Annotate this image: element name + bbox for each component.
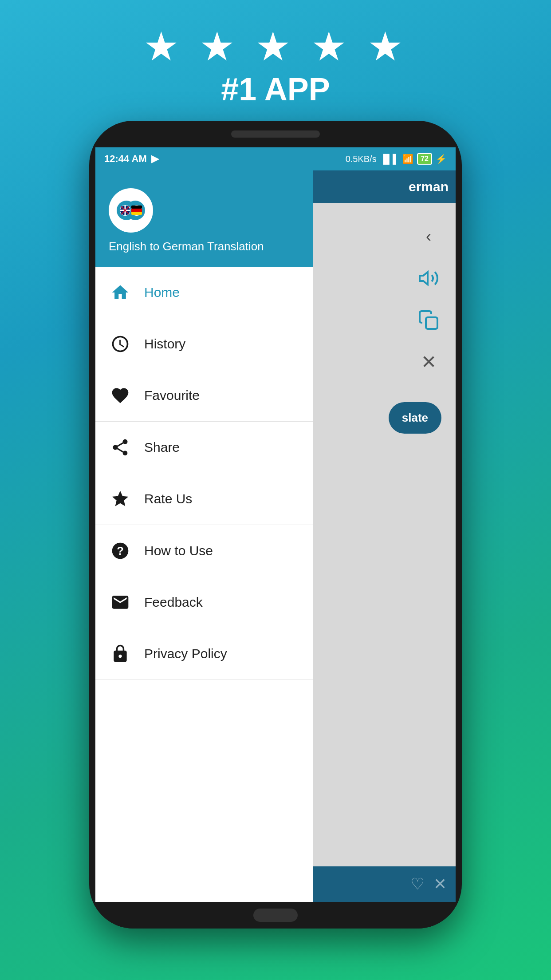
- top-badge-area: ★ ★ ★ ★ ★ #1 APP: [143, 27, 407, 107]
- bottom-ad-bar: ♡ ✕: [313, 866, 456, 902]
- svg-rect-11: [131, 212, 142, 215]
- menu-label-feedback: Feedback: [144, 595, 203, 610]
- share-icon: [109, 436, 132, 459]
- menu-item-privacy-policy[interactable]: Privacy Policy: [95, 628, 313, 680]
- drawer-app-title: English to German Translation: [109, 240, 299, 253]
- copy-icon[interactable]: [413, 304, 444, 336]
- main-app-header: erman: [313, 170, 456, 203]
- phone-speaker: [231, 130, 320, 138]
- lock-icon: [109, 642, 132, 665]
- home-gesture-bar: [253, 909, 298, 922]
- main-app-panel: erman ‹: [313, 170, 456, 902]
- menu-item-history[interactable]: History: [95, 318, 313, 370]
- menu-group-info: ? How to Use Feedback: [95, 525, 313, 680]
- drawer-menu-items: Home History: [95, 267, 313, 902]
- home-icon: [109, 281, 132, 304]
- phone-screen: 12:44 AM ▶ 0.5KB/s ▐▌▌ 📶 72 ⚡: [95, 147, 456, 902]
- menu-label-privacy-policy: Privacy Policy: [144, 646, 227, 661]
- menu-label-favourite: Favourite: [144, 388, 200, 403]
- charging-icon: ⚡: [436, 154, 447, 164]
- menu-item-favourite[interactable]: Favourite: [95, 370, 313, 421]
- speaker-icon[interactable]: [413, 263, 444, 294]
- drawer-header: English to German Translation: [95, 170, 313, 267]
- phone-top-bar: [89, 121, 462, 147]
- main-app-actions: ‹: [313, 203, 456, 866]
- menu-item-rate-us[interactable]: Rate Us: [95, 473, 313, 525]
- time-display: 12:44 AM: [104, 153, 147, 165]
- star-icon: [109, 487, 132, 510]
- app-logo: [109, 188, 153, 233]
- svg-text:?: ?: [117, 545, 124, 557]
- chevron-back-icon[interactable]: ‹: [413, 221, 444, 252]
- app-content: English to German Translation Home: [95, 170, 456, 902]
- signal-icon: ▐▌▌: [380, 154, 399, 164]
- menu-item-home[interactable]: Home: [95, 267, 313, 318]
- menu-label-history: History: [144, 336, 185, 352]
- network-speed: 0.5KB/s: [346, 154, 377, 164]
- svg-rect-9: [131, 205, 142, 209]
- svg-rect-15: [426, 317, 437, 329]
- menu-label-home: Home: [144, 285, 180, 300]
- status-bar: 12:44 AM ▶ 0.5KB/s ▐▌▌ 📶 72 ⚡: [95, 147, 456, 170]
- menu-label-rate-us: Rate Us: [144, 491, 192, 506]
- close-main-icon[interactable]: ✕: [413, 346, 444, 377]
- translate-button[interactable]: slate: [389, 402, 441, 434]
- network-icon: ▶: [151, 153, 159, 165]
- menu-label-how-to-use: How to Use: [144, 543, 213, 558]
- battery-display: 72: [417, 153, 432, 165]
- status-left: 12:44 AM ▶: [104, 153, 159, 165]
- app-rank-label: #1 APP: [221, 71, 330, 107]
- menu-item-feedback[interactable]: Feedback: [95, 577, 313, 628]
- main-header-title: erman: [409, 179, 449, 194]
- ad-heart-icon: ♡: [410, 875, 425, 893]
- ad-close-icon[interactable]: ✕: [433, 875, 447, 893]
- heart-icon: [109, 384, 132, 407]
- stars-display: ★ ★ ★ ★ ★: [143, 27, 407, 67]
- phone-shell: 12:44 AM ▶ 0.5KB/s ▐▌▌ 📶 72 ⚡: [89, 121, 462, 929]
- menu-label-share: Share: [144, 440, 180, 455]
- clock-icon: [109, 332, 132, 356]
- menu-item-how-to-use[interactable]: ? How to Use: [95, 525, 313, 577]
- wifi-icon: 📶: [402, 154, 413, 164]
- drawer-menu: English to German Translation Home: [95, 170, 313, 902]
- svg-rect-10: [131, 209, 142, 212]
- menu-group-main: Home History: [95, 267, 313, 422]
- menu-item-share[interactable]: Share: [95, 422, 313, 473]
- envelope-icon: [109, 591, 132, 614]
- svg-marker-14: [420, 272, 428, 285]
- status-right: 0.5KB/s ▐▌▌ 📶 72 ⚡: [346, 153, 447, 165]
- question-icon: ?: [109, 539, 132, 562]
- menu-group-social: Share Rate Us: [95, 422, 313, 525]
- phone-bottom-bar: [89, 902, 462, 929]
